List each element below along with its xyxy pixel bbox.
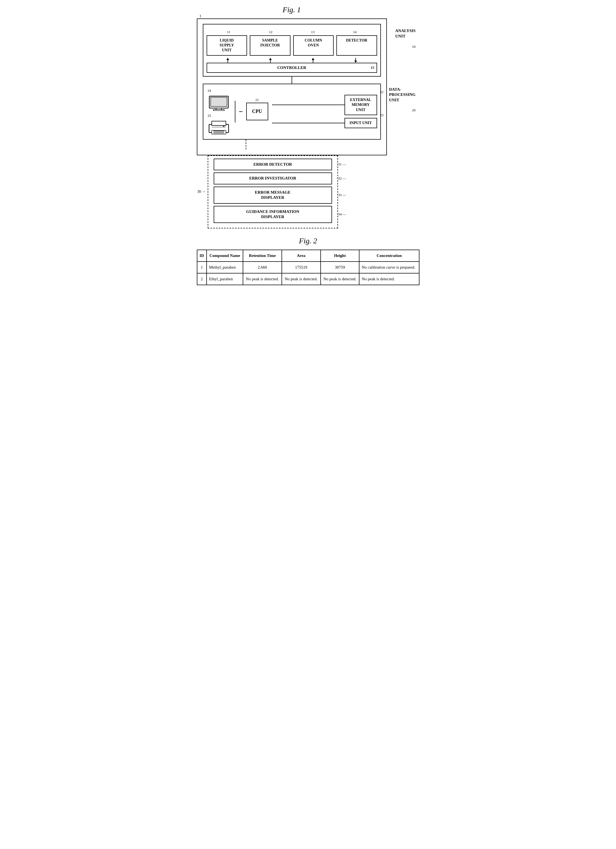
- outer-ref: 1: [199, 14, 201, 18]
- sample-injector: SAMPLE INJECTOR: [250, 35, 290, 56]
- dp-unit-label: DATA- PROCESSING UNIT: [389, 87, 416, 103]
- svg-rect-5: [212, 121, 226, 125]
- dp-unit-num: 20: [412, 108, 416, 112]
- col-concentration: Concentration: [359, 250, 419, 262]
- fig2-section: Fig. 2 ID Compound Name Retention Time A…: [191, 237, 425, 285]
- fig2-title: Fig. 2: [197, 237, 420, 245]
- fig2-table: ID Compound Name Retention Time Area Hei…: [197, 250, 420, 285]
- software-box-ref: 30: [197, 189, 201, 194]
- sw-ref-32: 32: [338, 176, 342, 180]
- row1-height: 30759: [321, 262, 359, 273]
- fig1-section: Fig. 1 1 ANALYSIS UNIT 10 11 12 13 14 LI…: [191, 6, 425, 228]
- comp-ref-11: 11: [208, 30, 250, 34]
- ext-mem-ref: 22: [380, 90, 384, 94]
- sw-ref-31: 31: [338, 162, 342, 167]
- input-unit: INPUT UNIT: [345, 118, 377, 128]
- printer-ref: 25: [208, 113, 211, 118]
- row1-id: 1: [197, 262, 207, 273]
- table-row: 2 Ethyl_paraben No peak is detected. No …: [197, 273, 419, 285]
- liquid-supply-unit: LIQUID SUPPLY UNIT: [207, 35, 247, 56]
- row1-area: 175519: [282, 262, 321, 273]
- row2-concentration: No peak is detected.: [359, 273, 419, 285]
- row1-concentration: No calibration curve is prepared.: [359, 262, 419, 273]
- monitor-ref: 24: [208, 89, 211, 93]
- error-investigator: ERROR INVESTIGATOR: [214, 173, 332, 185]
- row2-area: No peak is detected.: [282, 273, 321, 285]
- col-id: ID: [197, 250, 207, 262]
- svg-rect-1: [211, 97, 227, 106]
- comp-ref-12: 12: [250, 30, 292, 34]
- controller-ref: 15: [371, 66, 374, 70]
- detector: DETECTOR: [336, 35, 377, 56]
- col-height: Height: [321, 250, 359, 262]
- svg-rect-3: [213, 110, 224, 111]
- cpu-ref: 21: [256, 98, 259, 102]
- guidance-information-displayer: GUIDANCE INFORMATION DISPLAYER: [214, 206, 332, 223]
- comp-ref-13: 13: [292, 30, 334, 34]
- sw-ref-34: 34: [338, 212, 342, 216]
- row2-height: No peak is detected.: [321, 273, 359, 285]
- table-row: 1 Methyl_paraben 2.660 175519 30759 No c…: [197, 262, 419, 273]
- row2-id: 2: [197, 273, 207, 285]
- sw-ref-33: 33: [338, 193, 342, 197]
- error-detector: ERROR DETECTOR: [214, 159, 332, 171]
- row2-compound: Ethyl_paraben: [207, 273, 243, 285]
- analysis-unit-num: 10: [412, 45, 416, 49]
- controller: CONTROLLER 15: [207, 63, 377, 73]
- fig1-title: Fig. 1: [197, 6, 387, 14]
- analysis-unit-label: ANALYSIS UNIT: [395, 28, 415, 39]
- monitor-icon: [208, 95, 230, 111]
- col-area: Area: [282, 250, 321, 262]
- col-retention: Retention Time: [243, 250, 282, 262]
- cpu-box: CPU: [246, 103, 268, 120]
- col-compound: Compound Name: [207, 250, 243, 262]
- input-unit-ref: 23: [380, 113, 384, 117]
- error-message-displayer: ERROR MESSAGE DISPLAYER: [214, 186, 332, 204]
- row2-retention: No peak is detected.: [243, 273, 282, 285]
- printer-icon: [208, 121, 230, 135]
- column-oven: COLUMN OVEN: [293, 35, 334, 56]
- row1-retention: 2.660: [243, 262, 282, 273]
- external-memory-unit: EXTERNAL MEMORY UNIT: [345, 95, 377, 115]
- svg-point-11: [223, 125, 225, 127]
- row1-compound: Methyl_paraben: [207, 262, 243, 273]
- comp-ref-14: 14: [334, 30, 376, 34]
